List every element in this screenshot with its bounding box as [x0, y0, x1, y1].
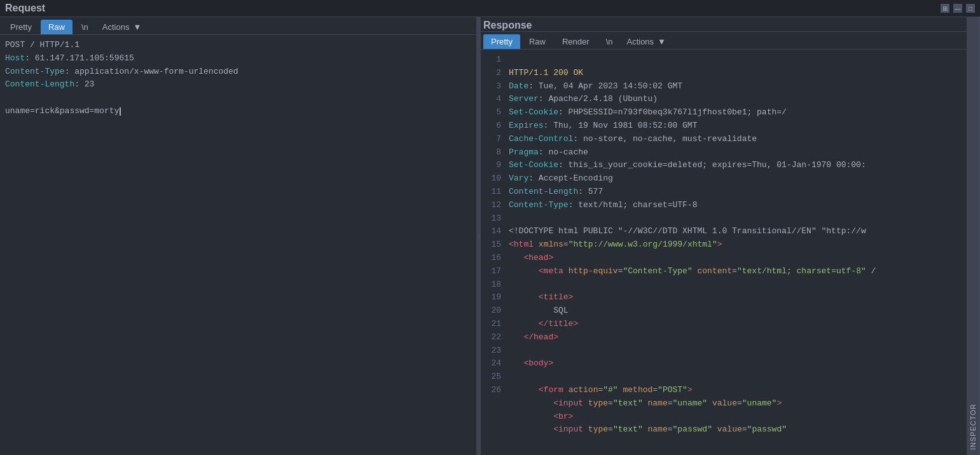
- request-line-4: Content-Length: 23: [5, 79, 94, 89]
- request-actions-dropdown[interactable]: Actions ▼: [97, 20, 147, 34]
- request-actions-label: Actions: [102, 22, 130, 32]
- response-tab-newline[interactable]: \n: [598, 34, 621, 49]
- response-actions-dropdown[interactable]: Actions ▼: [621, 34, 671, 49]
- response-panel: Response Pretty Raw Render \n Actions ▼ …: [481, 17, 967, 455]
- request-content[interactable]: POST / HTTP/1.1 Host: 61.147.171.105:596…: [0, 35, 476, 455]
- request-line-6: uname=rick&passwd=morty: [5, 106, 121, 116]
- window-controls: ⊞ — □: [941, 4, 975, 13]
- response-tab-render[interactable]: Render: [555, 34, 597, 49]
- line-numbers: 1 2 3 4 5 6 7 8 9 10 11 12 13 14 15 16 1…: [481, 50, 504, 455]
- minimize-button[interactable]: —: [953, 4, 962, 13]
- request-line-2: Host: 61.147.171.105:59615: [5, 53, 134, 63]
- grid-view-button[interactable]: ⊞: [941, 4, 949, 13]
- request-tab-newline[interactable]: \n: [74, 20, 96, 34]
- main-layout: Pretty Raw \n Actions ▼ POST / HTTP/1.1 …: [0, 17, 980, 455]
- request-line-3: Content-Type: application/x-www-form-url…: [5, 67, 238, 76]
- response-actions-chevron: ▼: [658, 37, 666, 46]
- response-tab-bar: Pretty Raw Render \n Actions ▼: [481, 32, 967, 50]
- top-bar: Request ⊞ — □: [0, 0, 980, 17]
- response-panel-title: Response: [483, 20, 532, 31]
- request-tab-raw[interactable]: Raw: [41, 20, 72, 34]
- request-tab-bar: Pretty Raw \n Actions ▼: [0, 17, 476, 35]
- response-code-area[interactable]: 1 2 3 4 5 6 7 8 9 10 11 12 13 14 15 16 1…: [481, 50, 967, 455]
- request-line-1: POST / HTTP/1.1: [5, 40, 79, 50]
- request-tab-pretty[interactable]: Pretty: [3, 20, 39, 34]
- request-actions-chevron: ▼: [133, 22, 141, 32]
- response-code-content: HTTP/1.1 200 OK Date: Tue, 04 Apr 2023 1…: [504, 50, 967, 455]
- request-panel-title: Request: [5, 3, 45, 14]
- response-tab-pretty[interactable]: Pretty: [483, 34, 520, 49]
- response-actions-label: Actions: [626, 37, 654, 46]
- inspector-tab[interactable]: INSPECTOR: [967, 17, 980, 455]
- maximize-button[interactable]: □: [966, 4, 975, 13]
- response-tab-raw[interactable]: Raw: [521, 34, 553, 49]
- request-panel: Pretty Raw \n Actions ▼ POST / HTTP/1.1 …: [0, 17, 477, 455]
